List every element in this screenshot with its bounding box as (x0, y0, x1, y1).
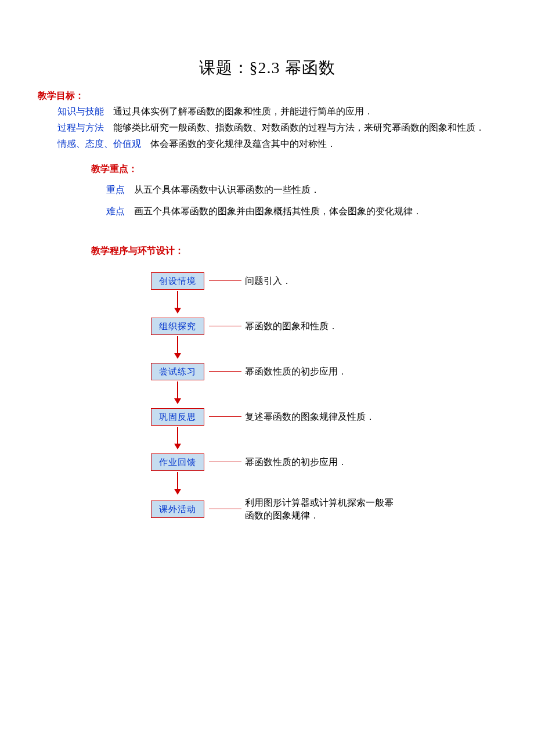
flow-hline (209, 509, 241, 509)
flow-note: 幂函数的图象和性质． (245, 319, 338, 334)
flow-note: 复述幂函数的图象规律及性质． (245, 409, 375, 424)
flow-step: 尝试练习 幂函数性质的初步应用． (151, 361, 496, 383)
flow-arrow-cell (151, 337, 496, 361)
goals-label: 知识与技能 (57, 106, 104, 116)
flow-diagram: 创设情境 问题引入． 组织探究 幂函数的图象和性质． 尝试练习 幂函数性质的初步… (38, 270, 496, 523)
goals-label: 过程与方法 (57, 123, 104, 132)
flow-box: 课外活动 (151, 501, 204, 518)
flow-arrow-cell (151, 292, 496, 315)
keypoints-heading: 教学重点： (38, 161, 496, 177)
flow-box: 巩固反思 (151, 408, 204, 426)
goals-heading: 教学目标： (38, 88, 496, 103)
flow-hline (209, 462, 241, 462)
flow-arrow-cell (151, 473, 496, 496)
flow-box: 组织探究 (151, 318, 204, 335)
flow-note: 幂函数性质的初步应用． (245, 364, 347, 379)
goals-text: 能够类比研究一般函数、指数函数、对数函数的过程与方法，来研究幂函数的图象和性质． (113, 123, 485, 132)
flow-step: 作业回馈 幂函数性质的初步应用． (151, 451, 496, 473)
flow-box: 尝试练习 (151, 363, 204, 380)
goals-text: 体会幂函数的变化规律及蕴含其中的对称性． (150, 139, 336, 149)
flow-note: 问题引入． (245, 273, 291, 289)
flow-box: 作业回馈 (151, 453, 204, 471)
flow-hline (209, 371, 241, 372)
goals-item: 情感、态度、价值观 体会幂函数的变化规律及蕴含其中的对称性． (38, 136, 496, 152)
goals-text: 通过具体实例了解幂函数的图象和性质，并能进行简单的应用． (113, 106, 373, 116)
flow-box: 创设情境 (151, 272, 204, 290)
keypoints-item: 重点 从五个具体幂函数中认识幂函数的一些性质． (38, 182, 496, 197)
keypoints-label: 难点 (106, 206, 125, 216)
flow-step: 创设情境 问题引入． (151, 270, 496, 292)
keypoints-text: 从五个具体幂函数中认识幂函数的一些性质． (134, 185, 320, 195)
flow-arrow-cell (151, 383, 496, 406)
flow-step: 组织探究 幂函数的图象和性质． (151, 315, 496, 337)
flow-step: 巩固反思 复述幂函数的图象规律及性质． (151, 406, 496, 428)
arrow-down-icon (174, 427, 181, 449)
keypoints-label: 重点 (106, 185, 125, 195)
flow-note: 利用图形计算器或计算机探索一般幂函数的图象规律． (245, 496, 396, 523)
flow-hline (209, 326, 241, 326)
flow-hline (209, 416, 241, 417)
keypoints-item: 难点 画五个具体幂函数的图象并由图象概括其性质，体会图象的变化规律． (38, 204, 496, 219)
goals-item: 知识与技能 通过具体实例了解幂函数的图象和性质，并能进行简单的应用． (38, 104, 496, 119)
keypoints-text: 画五个具体幂函数的图象并由图象概括其性质，体会图象的变化规律． (134, 206, 422, 216)
arrow-down-icon (174, 381, 181, 404)
flow-arrow-cell (151, 428, 496, 451)
page-title: 课题：§2.3 幂函数 (38, 55, 496, 81)
arrow-down-icon (174, 472, 181, 495)
flow-step: 课外活动 利用图形计算器或计算机探索一般幂函数的图象规律． (151, 496, 496, 523)
flow-note: 幂函数性质的初步应用． (245, 455, 347, 470)
goals-item: 过程与方法 能够类比研究一般函数、指数函数、对数函数的过程与方法，来研究幂函数的… (38, 120, 496, 135)
procedure-heading: 教学程序与环节设计： (38, 243, 496, 258)
goals-label: 情感、态度、价值观 (57, 139, 141, 149)
arrow-down-icon (174, 336, 181, 359)
flow-hline (209, 280, 241, 281)
arrow-down-icon (174, 291, 181, 314)
